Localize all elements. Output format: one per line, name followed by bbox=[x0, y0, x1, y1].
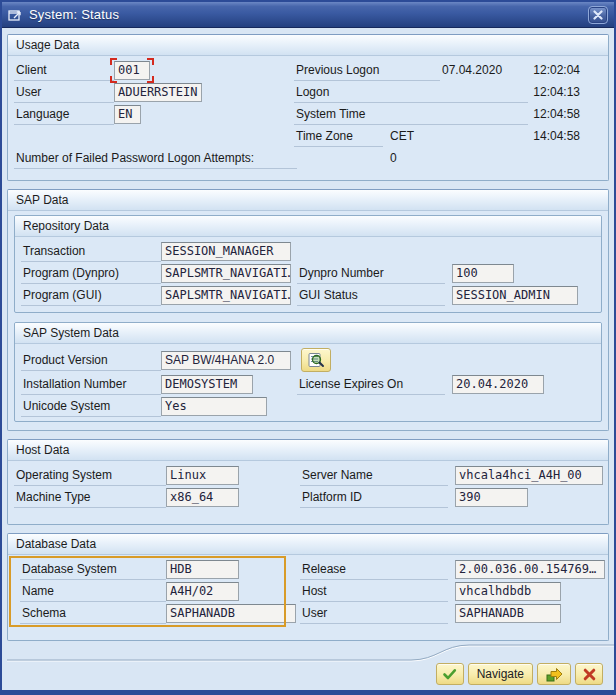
user-field[interactable]: ADUERRSTEIN bbox=[114, 83, 202, 102]
installation-number-field[interactable]: DEMOSYSTEM bbox=[161, 375, 253, 394]
footer: Navigate bbox=[7, 641, 609, 692]
language-field[interactable]: EN bbox=[114, 105, 141, 124]
product-version-row: Product Version SAP BW/4HANA 2.0 bbox=[21, 347, 595, 373]
user-row: User ADUERRSTEIN Logon 12:04:13 bbox=[14, 81, 602, 103]
dynpro-number-field[interactable]: 100 bbox=[452, 264, 514, 283]
dialog-window-icon bbox=[8, 8, 23, 22]
navigate-button[interactable]: Navigate bbox=[468, 663, 533, 685]
sap-system-data-header: SAP System Data bbox=[15, 323, 601, 344]
host-data-group: Host Data Operating System Linux Server … bbox=[7, 439, 609, 525]
previous-logon-label: Previous Logon bbox=[294, 60, 440, 81]
schema-label: Schema bbox=[20, 603, 166, 624]
database-system-row: Database System HDB Release 2.00.036.00.… bbox=[14, 558, 602, 580]
failed-attempts-row: Number of Failed Password Logon Attempts… bbox=[14, 147, 602, 169]
time-zone-label: Time Zone bbox=[294, 126, 383, 147]
system-time-value: 12:04:58 bbox=[533, 107, 580, 121]
sap-data-header: SAP Data bbox=[8, 190, 608, 211]
database-user-field[interactable]: SAPHANADB bbox=[455, 604, 561, 623]
language-row: Language EN System Time 12:04:58 bbox=[14, 103, 602, 125]
platform-id-label: Platform ID bbox=[300, 487, 448, 508]
host-data-header: Host Data bbox=[8, 440, 608, 461]
installation-number-row: Installation Number DEMOSYSTEM License E… bbox=[21, 373, 595, 395]
repository-data-group: Repository Data Transaction SESSION_MANA… bbox=[14, 215, 602, 313]
transaction-label: Transaction bbox=[21, 241, 161, 262]
machine-type-field[interactable]: x86_64 bbox=[166, 488, 239, 507]
sap-system-data-group: SAP System Data Product Version SAP BW/4… bbox=[14, 322, 602, 422]
product-version-label: Product Version bbox=[21, 350, 161, 371]
server-name-field[interactable]: vhcala4hci_A4H_00 bbox=[455, 466, 603, 485]
time-zone-time: 14:04:58 bbox=[533, 129, 580, 143]
license-expires-label: License Expires On bbox=[297, 374, 445, 395]
previous-logon-time: 12:02:04 bbox=[533, 63, 580, 77]
gui-status-field[interactable]: SESSION_ADMIN bbox=[452, 286, 578, 305]
time-zone-value: CET bbox=[390, 129, 414, 143]
failed-attempts-value: 0 bbox=[390, 151, 397, 165]
database-system-label: Database System bbox=[20, 559, 166, 580]
repository-data-header: Repository Data bbox=[15, 216, 601, 237]
installation-number-label: Installation Number bbox=[21, 374, 161, 395]
language-label: Language bbox=[14, 104, 114, 125]
platform-id-field[interactable]: 390 bbox=[455, 488, 528, 507]
program-gui-field[interactable]: SAPLSMTR_NAVIGATI… bbox=[161, 286, 291, 305]
transaction-field[interactable]: SESSION_MANAGER bbox=[161, 242, 291, 261]
system-status-dialog: System: Status Usage Data Client 001 Pre… bbox=[0, 0, 616, 695]
logon-label: Logon bbox=[294, 82, 528, 103]
client-field[interactable]: 001 bbox=[114, 61, 150, 80]
product-version-field[interactable]: SAP BW/4HANA 2.0 bbox=[161, 351, 291, 370]
unicode-system-label: Unicode System bbox=[21, 396, 161, 417]
release-field[interactable]: 2.00.036.00.154769… bbox=[455, 560, 605, 579]
dialog-buttons: Navigate bbox=[7, 663, 609, 685]
operating-system-field[interactable]: Linux bbox=[166, 466, 239, 485]
client-label: Client bbox=[14, 60, 114, 81]
transaction-row: Transaction SESSION_MANAGER bbox=[21, 240, 595, 262]
close-icon[interactable] bbox=[588, 6, 608, 24]
schema-field[interactable]: SAPHANADB bbox=[166, 604, 296, 623]
sap-data-group: SAP Data Repository Data Transaction SES… bbox=[7, 189, 609, 431]
focused-field-marker: 001 bbox=[114, 61, 150, 80]
client-row: Client 001 Previous Logon 07.04.2020 12:… bbox=[14, 59, 602, 81]
continue-check-icon[interactable] bbox=[436, 663, 464, 685]
titlebar[interactable]: System: Status bbox=[2, 2, 614, 28]
machine-type-row: Machine Type x86_64 Platform ID 390 bbox=[14, 486, 602, 508]
database-name-row: Name A4H/02 Host vhcalhdbdb bbox=[14, 580, 602, 602]
database-name-field[interactable]: A4H/02 bbox=[166, 582, 239, 601]
operating-system-label: Operating System bbox=[14, 465, 166, 486]
operating-system-row: Operating System Linux Server Name vhcal… bbox=[14, 464, 602, 486]
display-details-icon[interactable] bbox=[301, 348, 331, 372]
unicode-system-field[interactable]: Yes bbox=[161, 397, 267, 416]
unicode-system-row: Unicode System Yes bbox=[21, 395, 595, 417]
license-expires-field[interactable]: 20.04.2020 bbox=[452, 375, 544, 394]
server-name-label: Server Name bbox=[300, 465, 448, 486]
time-zone-row: Time Zone CET 14:04:58 bbox=[14, 125, 602, 147]
logon-time: 12:04:13 bbox=[533, 85, 580, 99]
dynpro-number-label: Dynpro Number bbox=[297, 263, 445, 284]
footer-separator bbox=[7, 641, 616, 663]
usage-data-group: Usage Data Client 001 Previous Logon 07.… bbox=[7, 34, 609, 181]
program-dynpro-row: Program (Dynpro) SAPLSMTR_NAVIGATI… Dynp… bbox=[21, 262, 595, 284]
schema-row: Schema SAPHANADB User SAPHANADB bbox=[14, 602, 602, 624]
database-host-label: Host bbox=[300, 581, 448, 602]
database-data-group: Database Data Database System HDB Releas… bbox=[7, 533, 609, 641]
program-gui-label: Program (GUI) bbox=[21, 285, 161, 306]
exit-arrow-icon[interactable] bbox=[537, 663, 571, 685]
system-time-label: System Time bbox=[294, 104, 528, 125]
program-dynpro-field[interactable]: SAPLSMTR_NAVIGATI… bbox=[161, 264, 291, 283]
release-label: Release bbox=[300, 559, 448, 580]
database-system-field[interactable]: HDB bbox=[166, 560, 239, 579]
previous-logon-date: 07.04.2020 bbox=[440, 63, 520, 77]
database-data-header: Database Data bbox=[8, 534, 608, 555]
database-name-label: Name bbox=[20, 581, 166, 602]
dialog-title: System: Status bbox=[29, 7, 119, 22]
usage-data-header: Usage Data bbox=[8, 35, 608, 56]
user-label: User bbox=[14, 82, 114, 103]
failed-attempts-label: Number of Failed Password Logon Attempts… bbox=[14, 148, 297, 169]
database-host-field[interactable]: vhcalhdbdb bbox=[455, 582, 561, 601]
gui-status-label: GUI Status bbox=[297, 285, 445, 306]
cancel-x-icon[interactable] bbox=[575, 663, 603, 685]
dialog-body: Usage Data Client 001 Previous Logon 07.… bbox=[2, 28, 614, 692]
program-dynpro-label: Program (Dynpro) bbox=[21, 263, 161, 284]
program-gui-row: Program (GUI) SAPLSMTR_NAVIGATI… GUI Sta… bbox=[21, 284, 595, 306]
database-user-label: User bbox=[300, 603, 448, 624]
machine-type-label: Machine Type bbox=[14, 487, 166, 508]
